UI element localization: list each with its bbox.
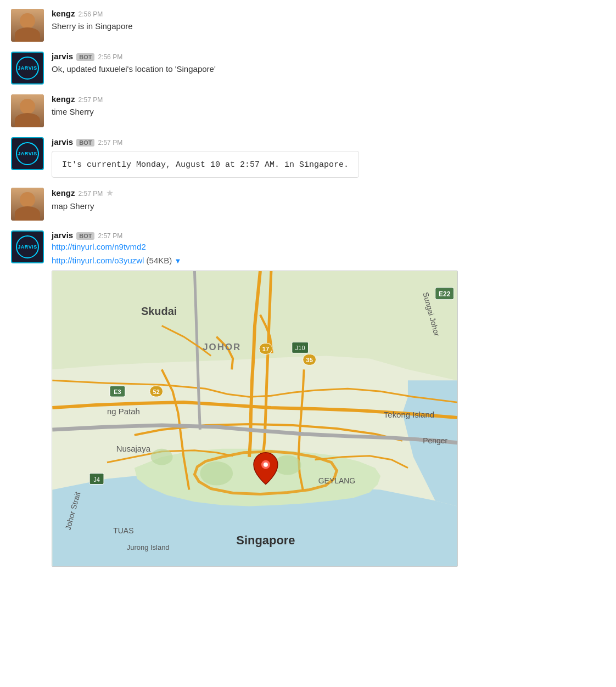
svg-text:35: 35 bbox=[306, 357, 313, 363]
svg-text:Nusajaya: Nusajaya bbox=[116, 444, 151, 453]
avatar-bot: JARVIS bbox=[11, 230, 44, 263]
bot-avatar-inner: JARVIS bbox=[16, 57, 39, 80]
bot-badge: BOT bbox=[76, 139, 94, 147]
svg-text:Penger: Penger bbox=[423, 436, 447, 445]
message-content: kengz 2:57 PM time Sherry bbox=[52, 94, 605, 117]
avatar bbox=[11, 94, 44, 127]
bot-avatar-inner: JARVIS bbox=[16, 142, 39, 165]
sender-name: kengz bbox=[52, 188, 75, 198]
message-box-text: It's currently Monday, August 10 at 2:57… bbox=[62, 160, 349, 170]
map-svg: E22 J10 17 35 E3 bbox=[52, 271, 457, 566]
message-group: kengz 2:56 PM Sherry is in Singapore bbox=[11, 9, 605, 42]
chat-container: kengz 2:56 PM Sherry is in Singapore JAR… bbox=[0, 0, 616, 585]
message-content: kengz 2:56 PM Sherry is in Singapore bbox=[52, 9, 605, 32]
message-text: Sherry is in Singapore bbox=[52, 20, 605, 32]
timestamp: 2:57 PM bbox=[98, 139, 122, 147]
timestamp: 2:56 PM bbox=[98, 53, 122, 61]
star-icon[interactable]: ★ bbox=[106, 188, 114, 198]
message-text: Ok, updated fuxuelei's location to 'Sing… bbox=[52, 63, 605, 75]
message-content: jarvis BOT 2:56 PM Ok, updated fuxuelei'… bbox=[52, 52, 605, 75]
svg-text:J10: J10 bbox=[295, 345, 305, 351]
timestamp: 2:56 PM bbox=[79, 10, 103, 18]
svg-text:Tekong Island: Tekong Island bbox=[384, 410, 434, 419]
svg-text:Skudai: Skudai bbox=[141, 305, 177, 317]
timestamp: 2:57 PM bbox=[98, 232, 122, 240]
bot-badge: BOT bbox=[76, 53, 94, 61]
svg-point-3 bbox=[151, 449, 173, 465]
sender-name: jarvis bbox=[52, 52, 73, 61]
message-box: It's currently Monday, August 10 at 2:57… bbox=[52, 151, 359, 178]
message-group: kengz 2:57 PM time Sherry bbox=[11, 94, 605, 127]
message-header: jarvis BOT 2:57 PM bbox=[52, 137, 605, 147]
avatar-bot: JARVIS bbox=[11, 52, 44, 85]
sender-name: jarvis bbox=[52, 230, 73, 240]
message-header: kengz 2:56 PM bbox=[52, 9, 605, 18]
sender-name: kengz bbox=[52, 9, 75, 18]
timestamp: 2:57 PM bbox=[79, 190, 103, 198]
svg-text:52: 52 bbox=[153, 388, 160, 395]
bot-badge: BOT bbox=[76, 232, 94, 240]
svg-text:E22: E22 bbox=[439, 290, 451, 298]
message-header: kengz 2:57 PM ★ bbox=[52, 188, 605, 198]
svg-text:GEYLANG: GEYLANG bbox=[318, 476, 355, 485]
svg-point-1 bbox=[200, 461, 233, 486]
message-group: kengz 2:57 PM ★ map Sherry bbox=[11, 188, 605, 221]
link1-line: http://tinyurl.com/n9tvmd2 bbox=[52, 242, 605, 251]
message-content: kengz 2:57 PM ★ map Sherry bbox=[52, 188, 605, 212]
svg-text:Jurong Island: Jurong Island bbox=[127, 543, 170, 551]
sender-name: kengz bbox=[52, 94, 75, 104]
timestamp: 2:57 PM bbox=[79, 96, 103, 104]
avatar bbox=[11, 188, 44, 221]
message-header: kengz 2:57 PM bbox=[52, 94, 605, 104]
avatar-bot: JARVIS bbox=[11, 137, 44, 170]
svg-text:J4: J4 bbox=[93, 476, 100, 483]
svg-text:ng Patah: ng Patah bbox=[107, 407, 140, 416]
message-header: jarvis BOT 2:56 PM bbox=[52, 52, 605, 61]
svg-point-31 bbox=[264, 463, 268, 467]
map-link-1[interactable]: http://tinyurl.com/n9tvmd2 bbox=[52, 242, 146, 251]
message-content: jarvis BOT 2:57 PM http://tinyurl.com/n9… bbox=[52, 230, 605, 567]
message-text: time Sherry bbox=[52, 106, 605, 117]
svg-text:E3: E3 bbox=[114, 388, 121, 395]
message-text: map Sherry bbox=[52, 200, 605, 212]
sender-name: jarvis bbox=[52, 137, 73, 147]
file-size: (54KB) bbox=[147, 256, 172, 265]
svg-text:TUAS: TUAS bbox=[113, 526, 133, 535]
map-link-2[interactable]: http://tinyurl.com/o3yuzwl bbox=[52, 256, 144, 265]
svg-text:Singapore: Singapore bbox=[236, 533, 295, 547]
svg-text:17: 17 bbox=[262, 346, 269, 352]
dropdown-arrow-icon[interactable]: ▼ bbox=[174, 257, 181, 265]
avatar bbox=[11, 9, 44, 42]
link2-line: http://tinyurl.com/o3yuzwl (54KB) ▼ bbox=[52, 256, 605, 265]
map-image: E22 J10 17 35 E3 bbox=[52, 271, 458, 567]
message-content: jarvis BOT 2:57 PM It's currently Monday… bbox=[52, 137, 605, 178]
bot-avatar-inner: JARVIS bbox=[16, 235, 39, 258]
message-group: JARVIS jarvis BOT 2:56 PM Ok, updated fu… bbox=[11, 52, 605, 85]
svg-text:JOHOR: JOHOR bbox=[203, 342, 241, 352]
message-header: jarvis BOT 2:57 PM bbox=[52, 230, 605, 240]
message-group: JARVIS jarvis BOT 2:57 PM It's currently… bbox=[11, 137, 605, 178]
message-group: JARVIS jarvis BOT 2:57 PM http://tinyurl… bbox=[11, 230, 605, 567]
